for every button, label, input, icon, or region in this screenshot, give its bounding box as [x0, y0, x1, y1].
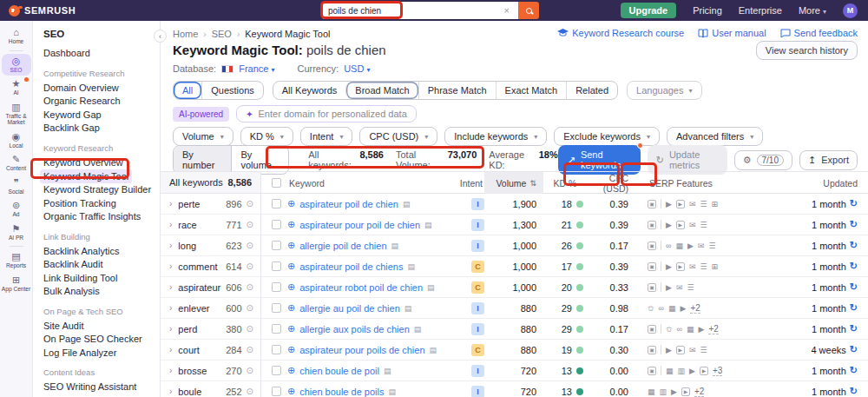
- quota-button[interactable]: ⚙ 7/10: [734, 150, 792, 170]
- tab-exact-match[interactable]: Exact Match: [496, 82, 567, 99]
- upgrade-button[interactable]: Upgrade: [621, 3, 677, 18]
- row-checkbox[interactable]: [272, 220, 281, 229]
- send-feedback-link[interactable]: Send feedback: [780, 28, 858, 38]
- serp-more-count[interactable]: +3: [713, 366, 722, 376]
- sidebar-item-position-tracking[interactable]: Position Tracking: [43, 197, 160, 211]
- sidebar-item-on-page-seo-checker[interactable]: On Page SEO Checker: [43, 333, 160, 347]
- rail-item-home[interactable]: ⌂Home: [2, 25, 31, 48]
- rail-item-traffic[interactable]: ▥Traffic & Market: [2, 100, 31, 129]
- expand-icon[interactable]: ›: [169, 199, 172, 208]
- refresh-icon[interactable]: ↻: [850, 240, 858, 251]
- expand-icon[interactable]: ›: [169, 261, 172, 271]
- keyword-link[interactable]: chien boule de poil: [299, 366, 379, 376]
- breadcrumb-home[interactable]: Home: [173, 29, 198, 39]
- rail-item-apps[interactable]: ⊞App Center: [2, 273, 31, 295]
- add-keyword-icon[interactable]: ⊕: [287, 240, 295, 251]
- serp-preview-icon[interactable]: ▤: [384, 367, 391, 375]
- serp-more-count[interactable]: +2: [690, 303, 700, 314]
- domain-input[interactable]: ✦ Enter domain for personalized data: [236, 105, 417, 122]
- enterprise-link[interactable]: Enterprise: [739, 5, 782, 16]
- pricing-link[interactable]: Pricing: [693, 5, 722, 16]
- refresh-icon[interactable]: ↻: [850, 323, 858, 334]
- tab-questions[interactable]: Questions: [201, 82, 263, 99]
- breadcrumb-seo[interactable]: SEO: [212, 29, 232, 39]
- serp-preview-icon[interactable]: ▤: [424, 221, 432, 229]
- group-row-perte[interactable]: ›perte896⊙: [161, 194, 260, 215]
- filter-volume[interactable]: Volume▾: [173, 127, 233, 146]
- sidebar-item-organic-research[interactable]: Organic Research: [43, 95, 160, 109]
- currency-select[interactable]: USD ▾: [344, 63, 370, 74]
- refresh-icon[interactable]: ↻: [850, 302, 858, 314]
- row-checkbox[interactable]: [272, 345, 281, 354]
- search-button[interactable]: [518, 2, 539, 19]
- serp-preview-icon[interactable]: ▤: [391, 242, 399, 250]
- sidebar-item-domain-overview[interactable]: Domain Overview: [43, 82, 160, 96]
- rail-item-reports[interactable]: ▤Reports: [2, 249, 31, 272]
- sidebar-item-backlink-analytics[interactable]: Backlink Analytics: [43, 245, 160, 259]
- expand-icon[interactable]: ›: [169, 345, 172, 354]
- rail-item-ai[interactable]: ★AI: [2, 76, 31, 99]
- keyword-research-course-link[interactable]: Keyword Research course: [557, 28, 684, 38]
- sidebar-item-topic-research[interactable]: Topic Research: [43, 394, 160, 397]
- eye-icon[interactable]: ⊙: [247, 345, 253, 354]
- eye-icon[interactable]: ⊙: [247, 220, 253, 229]
- view-search-history-button[interactable]: View search history: [756, 41, 858, 60]
- serp-preview-icon[interactable]: ▤: [403, 200, 411, 208]
- serp-preview-icon[interactable]: ▤: [430, 346, 437, 354]
- sidebar-item-keyword-magic-tool[interactable]: Keyword Magic Tool: [40, 169, 132, 183]
- expand-icon[interactable]: ›: [169, 220, 172, 229]
- group-row-perd[interactable]: ›perd380⊙: [161, 319, 260, 340]
- add-keyword-icon[interactable]: ⊕: [287, 261, 295, 272]
- sidebar-item-dashboard[interactable]: Dashboard: [43, 47, 160, 61]
- user-avatar[interactable]: M: [843, 3, 858, 18]
- refresh-icon[interactable]: ↻: [850, 386, 858, 397]
- group-row-brosse[interactable]: ›brosse270⊙: [161, 361, 260, 381]
- column-volume[interactable]: Volume⇅: [484, 172, 543, 194]
- group-row-comment[interactable]: ›comment614⊙: [161, 256, 260, 277]
- sidebar-item-keyword-gap[interactable]: Keyword Gap: [43, 109, 160, 122]
- refresh-icon[interactable]: ↻: [850, 281, 858, 293]
- send-keywords-button[interactable]: ↗ Send keywords: [558, 145, 641, 175]
- keyword-link[interactable]: aspirateur robot poil de chien: [299, 282, 423, 293]
- add-keyword-icon[interactable]: ⊕: [287, 344, 295, 355]
- serp-preview-icon[interactable]: ▤: [404, 304, 412, 313]
- column-intent[interactable]: Intent: [448, 178, 484, 189]
- expand-icon[interactable]: ›: [169, 303, 172, 313]
- add-keyword-icon[interactable]: ⊕: [287, 219, 295, 230]
- eye-icon[interactable]: ⊙: [247, 324, 253, 334]
- sidebar-item-backlink-gap[interactable]: Backlink Gap: [43, 122, 160, 136]
- add-keyword-icon[interactable]: ⊕: [287, 198, 295, 209]
- clear-search-icon[interactable]: ×: [502, 5, 512, 16]
- sidebar-item-bulk-analysis[interactable]: Bulk Analysis: [43, 285, 160, 299]
- row-checkbox[interactable]: [272, 261, 281, 271]
- toggle-by-number[interactable]: By number: [174, 146, 232, 174]
- group-row-long[interactable]: ›long623⊙: [161, 235, 260, 256]
- rail-item-ad[interactable]: ⊚Ad: [2, 198, 31, 221]
- search-input[interactable]: poils de chien ×: [322, 2, 518, 19]
- semrush-logo[interactable]: SEMRUSH: [0, 5, 76, 17]
- row-checkbox[interactable]: [272, 324, 281, 334]
- filter-include-keywords[interactable]: Include keywords▾: [444, 127, 547, 146]
- languages-dropdown[interactable]: Languages▾: [627, 81, 701, 100]
- update-metrics-button[interactable]: ↻ Update metrics: [648, 145, 727, 175]
- refresh-icon[interactable]: ↻: [850, 344, 858, 355]
- export-button[interactable]: ↥ Export: [799, 150, 858, 170]
- row-checkbox[interactable]: [272, 241, 281, 250]
- group-row-boule[interactable]: ›boule252⊙: [161, 381, 260, 397]
- sidebar-item-keyword-strategy-builder[interactable]: Keyword Strategy Builder: [43, 183, 160, 197]
- database-select[interactable]: France ▾: [239, 63, 274, 74]
- toggle-by-volume[interactable]: By volume: [232, 146, 288, 174]
- tab-related[interactable]: Related: [566, 82, 617, 99]
- column-updated[interactable]: Updated: [786, 178, 868, 189]
- keyword-link[interactable]: chien boule de poils: [299, 387, 384, 397]
- rail-item-local[interactable]: ◉Local: [2, 129, 31, 152]
- group-row-race[interactable]: ›race771⊙: [161, 215, 260, 235]
- refresh-icon[interactable]: ↻: [850, 365, 858, 376]
- add-keyword-icon[interactable]: ⊕: [287, 365, 295, 376]
- sidebar-item-seo-writing-assistant[interactable]: SEO Writing Assistant: [43, 380, 160, 394]
- sidebar-item-backlink-audit[interactable]: Backlink Audit: [43, 258, 160, 272]
- serp-more-count[interactable]: +2: [694, 387, 704, 397]
- add-keyword-icon[interactable]: ⊕: [287, 281, 295, 293]
- keyword-link[interactable]: allergie au poil de chien: [299, 303, 400, 314]
- row-checkbox[interactable]: [272, 387, 281, 396]
